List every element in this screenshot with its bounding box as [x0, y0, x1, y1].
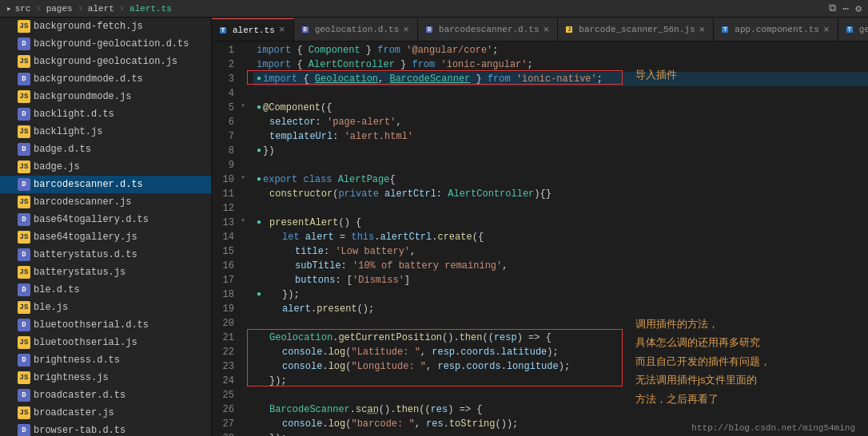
sidebar-item-bg-geo-dts[interactable]: D background-geolocation.d.ts — [0, 35, 211, 53]
file-name: broadcaster.js — [34, 405, 114, 421]
sidebar-item-bgmode-js[interactable]: JS backgroundmode.js — [0, 88, 211, 105]
file-name: backgroundmode.js — [34, 89, 131, 105]
code-text: import { Component } from '@angular/core… — [253, 42, 868, 436]
code-line-8: ●}) — [253, 144, 868, 158]
file-name: background-fetch.js — [34, 18, 143, 34]
code-line-12 — [253, 201, 868, 216]
js-file-icon: JS — [18, 90, 30, 103]
file-name: brightness.d.ts — [34, 352, 120, 368]
code-line-4 — [253, 86, 868, 101]
js-file-icon: JS — [18, 336, 30, 349]
more-actions-icon[interactable]: ⋯ — [842, 2, 849, 15]
sidebar-item-bt-js[interactable]: JS bluetoothserial.js — [0, 334, 211, 351]
file-name: barcodescanner.js — [34, 194, 131, 210]
sidebar-item-battery-dts[interactable]: D batterystatus.d.ts — [0, 246, 211, 264]
code-line-26: BarcodeScanner.scan().then((res) => { — [253, 402, 868, 417]
tab-barcode-scanner-js[interactable]: J barcode_scanner_56n.js × — [558, 18, 714, 41]
file-name: badge.d.ts — [34, 141, 91, 157]
sidebar-item-badge-js[interactable]: JS badge.js — [0, 158, 211, 176]
sidebar-item-backlight-js[interactable]: JS backlight.js — [0, 123, 211, 141]
tab-geolocation-dts[interactable]: D geolocation.d.ts × — [294, 18, 418, 41]
code-body: 1 2 3 4 5 6 7 8 9 10 11 12 13 14 — [212, 42, 868, 436]
breadcrumb-alert[interactable]: alert — [88, 4, 114, 14]
code-line-5: ●@Component({ — [253, 101, 868, 115]
code-line-24: }); — [253, 374, 868, 388]
tab-app-component[interactable]: T app.component.ts × — [714, 18, 838, 41]
code-line-23: console.log("Longitude: ", resp.coords.l… — [253, 359, 868, 374]
dts-file-icon: D — [18, 38, 30, 50]
code-line-16: subTitle: '10% of battery remaining', — [253, 259, 868, 273]
sidebar-item-background-fetch[interactable]: JS background-fetch.js — [0, 18, 211, 35]
file-name: base64togallery.d.ts — [34, 212, 149, 228]
sidebar-item-ble-js[interactable]: JS ble.js — [0, 299, 211, 316]
dts-file-icon: D — [18, 73, 30, 85]
sidebar-item-badge-dts[interactable]: D badge.d.ts — [0, 141, 211, 158]
close-tab-icon[interactable]: × — [543, 25, 549, 35]
sidebar-item-barcodescanner-dts[interactable]: D barcodescanner.d.ts — [0, 176, 211, 193]
tab-alert-ts[interactable]: T alert.ts × — [212, 18, 294, 41]
code-line-3: ●import { Geolocation, BarcodeScanner } … — [253, 72, 868, 86]
breadcrumb-src[interactable]: ▸ src — [6, 3, 30, 14]
code-line-15: title: 'Low battery', — [253, 244, 868, 259]
sidebar-item-broadcaster-dts[interactable]: D broadcaster.d.ts — [0, 386, 211, 404]
sidebar-item-broadcaster-js[interactable]: JS broadcaster.js — [0, 404, 211, 422]
tab-barcodescanner-dts[interactable]: D barcodescanner.d.ts × — [418, 18, 558, 41]
js-file-icon: JS — [18, 125, 30, 138]
sidebar-item-brightness-js[interactable]: JS brightness.js — [0, 369, 211, 386]
code-line-14: let alert = this.alertCtrl.create({ — [253, 230, 868, 244]
code-with-numbers: 1 2 3 4 5 6 7 8 9 10 11 12 13 14 — [212, 42, 868, 436]
sidebar-item-base64-js[interactable]: JS base64togallery.js — [0, 228, 211, 246]
breadcrumb-bar: ▸ src › pages › alert › alert.ts ⧉ ⋯ ⚙ — [0, 0, 868, 18]
code-line-6: selector: 'page-alert', — [253, 115, 868, 129]
sidebar-item-ble-dts[interactable]: D ble.d.ts — [0, 281, 211, 299]
code-line-9 — [253, 158, 868, 172]
breadcrumb-pages[interactable]: pages — [46, 4, 73, 14]
file-name: bluetoothserial.js — [34, 335, 137, 351]
sidebar-item-barcodescanner-js[interactable]: JS barcodescanner.js — [0, 193, 211, 211]
code-line-11: constructor(private alertCtrl: AlertCont… — [253, 187, 868, 201]
close-tab-icon[interactable]: × — [403, 25, 409, 35]
line-numbers: 1 2 3 4 5 6 7 8 9 10 11 12 13 14 — [212, 42, 241, 436]
file-explorer: JS background-fetch.js D background-geol… — [0, 18, 212, 436]
sidebar-item-bgmode-dts[interactable]: D backgroundmode.d.ts — [0, 70, 211, 88]
url-watermark: http://blog.csdn.net/ming54ming — [691, 423, 855, 433]
code-line-25 — [253, 388, 868, 402]
code-line-18: ●}); — [253, 287, 868, 302]
file-name: batterystatus.d.ts — [34, 247, 137, 263]
code-line-19: alert.present(); — [253, 302, 868, 316]
file-name: brightness.js — [34, 370, 109, 386]
code-line-13: ●presentAlert() { — [253, 216, 868, 230]
sidebar-item-base64-dts[interactable]: D base64togallery.d.ts — [0, 211, 211, 228]
code-line-1: import { Component } from '@angular/core… — [253, 43, 868, 57]
code-line-22: console.log("Latitude: ", resp.coords.la… — [253, 345, 868, 359]
split-editor-icon[interactable]: ⧉ — [829, 2, 836, 15]
fold-indicators: ▾ ▾ ▾ — [241, 42, 253, 436]
js-file-icon: JS — [18, 161, 30, 173]
sidebar-item-bg-geo-js[interactable]: JS background-geolocation.js — [0, 53, 211, 70]
code-line-2: import { AlertController } from 'ionic-a… — [253, 57, 868, 72]
dts-file-icon: D — [18, 283, 30, 296]
file-name: batterystatus.js — [34, 264, 125, 280]
file-name: browser-tab.d.ts — [34, 422, 125, 436]
code-line-17: buttons: ['Dismiss'] — [253, 273, 868, 287]
sidebar-item-browser-tab-dts[interactable]: D browser-tab.d.ts — [0, 422, 211, 436]
code-line-7: templateUrl: 'alert.html' — [253, 129, 868, 144]
dts-file-icon: D — [18, 424, 30, 436]
tab-geoloc[interactable]: T geoloc... × — [838, 18, 868, 41]
close-tab-icon[interactable]: × — [823, 25, 830, 35]
settings-icon[interactable]: ⚙ — [855, 2, 862, 15]
sidebar-item-backlight-dts[interactable]: D backlight.d.ts — [0, 105, 211, 123]
file-name: backgroundmode.d.ts — [34, 71, 143, 87]
close-tab-icon[interactable]: × — [279, 25, 285, 35]
file-name: badge.js — [34, 159, 80, 175]
sidebar-item-battery-js[interactable]: JS batterystatus.js — [0, 264, 211, 281]
code-content: 1 2 3 4 5 6 7 8 9 10 11 12 13 14 — [212, 42, 868, 436]
file-name: barcodescanner.d.ts — [34, 176, 143, 192]
dts-file-icon: D — [18, 389, 30, 402]
breadcrumb-file[interactable]: alert.ts — [129, 4, 172, 14]
sidebar-item-bt-dts[interactable]: D bluetoothserial.d.ts — [0, 316, 211, 334]
dts-file-icon: D — [18, 248, 30, 261]
js-file-icon: JS — [18, 231, 30, 244]
sidebar-item-brightness-dts[interactable]: D brightness.d.ts — [0, 351, 211, 369]
close-tab-icon[interactable]: × — [699, 25, 706, 35]
